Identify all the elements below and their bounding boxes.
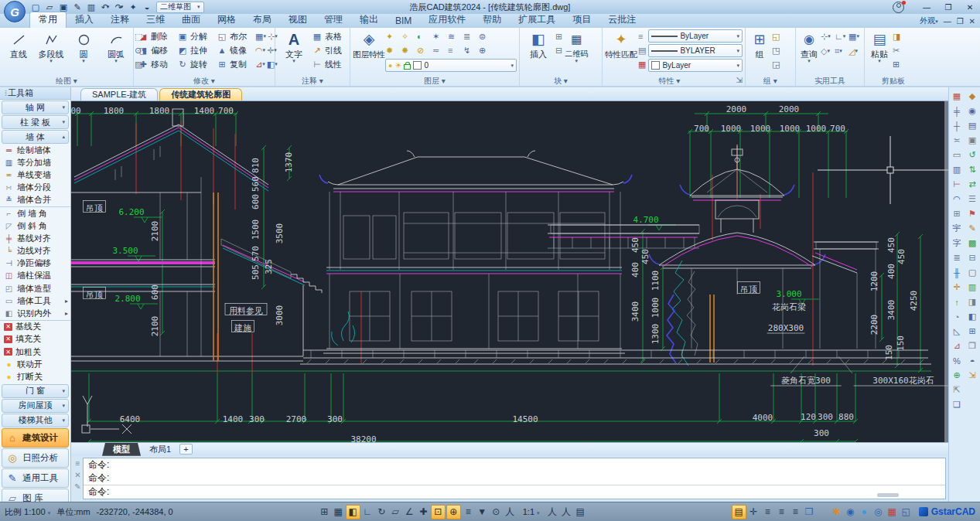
group-tool-button[interactable]: ◳ bbox=[771, 43, 780, 57]
sidebar-item-单线变墙[interactable]: ≖单线变墙 bbox=[0, 169, 70, 181]
qr-code-button[interactable]: ▦ 二维码▾ bbox=[563, 29, 589, 76]
right-tool-button[interactable]: ▤ bbox=[966, 119, 979, 133]
ribbon-tab-输出[interactable]: 输出 bbox=[351, 12, 387, 28]
right-tool-button[interactable]: ⇲ bbox=[966, 369, 979, 383]
minimize-button[interactable]: — bbox=[917, 2, 937, 13]
clipboard-tool-button[interactable]: ⊞ bbox=[892, 57, 901, 71]
right-tool-button[interactable]: ◉ bbox=[966, 104, 979, 118]
status-toggle-button[interactable]: ◧ bbox=[346, 505, 360, 519]
right-tool-button[interactable]: ⊞ bbox=[951, 207, 964, 221]
right-tool-button[interactable]: ⊟ bbox=[966, 251, 979, 265]
layout-tab-+[interactable]: + bbox=[179, 444, 192, 455]
app-logo-icon[interactable]: G bbox=[4, 1, 26, 22]
properties-linetype-select[interactable]: ByLayer▾ bbox=[648, 29, 743, 43]
panel-label-layer[interactable]: 图层 ▾ bbox=[350, 76, 519, 86]
modify-偏移-button[interactable]: ◨偏移 bbox=[136, 43, 176, 57]
panel-label-draw[interactable]: 绘图 ▾ bbox=[0, 76, 133, 86]
sidebar-item-填充关[interactable]: ✕填充关 bbox=[0, 333, 70, 346]
panel-label-group[interactable]: 组 ▾ bbox=[746, 76, 795, 86]
sidebar-item-绘制墙体[interactable]: ═绘制墙体 bbox=[0, 144, 70, 156]
drawing-canvas[interactable]: 0018001800140070020002000700100010001000… bbox=[71, 101, 948, 442]
circle-button[interactable]: 圆▾ bbox=[67, 29, 100, 76]
properties-tool-button[interactable]: ▤ bbox=[637, 43, 647, 57]
insert-block-button[interactable]: ◧ 插入 bbox=[522, 29, 555, 76]
measure-button[interactable]: ◉ 查询▾ bbox=[798, 29, 820, 76]
modify-flyout-button[interactable]: ◠▾ bbox=[254, 43, 266, 57]
system-tool-button[interactable]: ◎ bbox=[872, 506, 885, 519]
text-button[interactable]: A 文字▾ bbox=[278, 29, 310, 76]
ribbon-tab-插入[interactable]: 插入 bbox=[67, 12, 102, 28]
status-toggle-button[interactable]: ∠ bbox=[403, 506, 416, 519]
command-scrollbar[interactable] bbox=[877, 493, 899, 497]
panel-label-annotate[interactable]: 注释 ▾ bbox=[275, 76, 350, 86]
annotation-scale[interactable]: 1:1 ▾ bbox=[523, 507, 540, 516]
properties-tool-button[interactable]: ▦ bbox=[637, 57, 647, 71]
utility-tool-button[interactable]: ⊹▾ bbox=[820, 29, 834, 43]
panel-label-clipboard[interactable]: 剪贴板 bbox=[865, 76, 922, 86]
right-tool-button[interactable]: ⊞ bbox=[966, 325, 979, 339]
sidebar-item-墙体造型[interactable]: ◰墙体造型 bbox=[0, 282, 70, 295]
command-close-icon[interactable]: ✕ bbox=[74, 471, 80, 479]
right-tool-button[interactable]: ⇄ bbox=[966, 178, 979, 192]
toolbox-group-楼梯其他[interactable]: 楼梯其他▾ bbox=[2, 414, 69, 427]
ribbon-tab-应用软件[interactable]: 应用软件 bbox=[420, 12, 474, 28]
panel-label-modify[interactable]: 修改 ▾ bbox=[134, 76, 275, 86]
ribbon-tab-BIM[interactable]: BIM bbox=[387, 15, 420, 28]
ribbon-tab-网格[interactable]: 网格 bbox=[209, 12, 244, 28]
modify-移动-button[interactable]: ✚移动 bbox=[136, 57, 176, 71]
layer-tool-button[interactable]: ✸ bbox=[401, 43, 416, 57]
ribbon-tab-常用[interactable]: 常用 bbox=[29, 12, 67, 28]
right-tool-button[interactable]: ◺ bbox=[951, 325, 964, 339]
right-tool-button[interactable]: ┼ bbox=[951, 119, 964, 133]
paste-button[interactable]: ▤ 粘贴▾ bbox=[867, 29, 892, 76]
group-tool-button[interactable]: ◲ bbox=[771, 57, 780, 71]
annotate-表格-button[interactable]: ▦表格 bbox=[310, 29, 343, 43]
layer-tool-button[interactable]: ≣ bbox=[463, 29, 478, 43]
line-button[interactable]: 直线 bbox=[2, 29, 35, 76]
annotation-tool-button[interactable]: ▤ bbox=[574, 506, 587, 519]
right-tool-button[interactable]: 字 bbox=[951, 237, 964, 250]
right-tool-button[interactable]: ◧ bbox=[966, 310, 979, 324]
sidebar-item-边线对齐[interactable]: ╘边线对齐 bbox=[0, 245, 70, 257]
properties-launcher-icon[interactable]: ⇲ bbox=[736, 76, 743, 84]
drawing-tab-SAMPLE-建筑[interactable]: SAMPLE-建筑 bbox=[80, 88, 158, 100]
right-tool-button[interactable]: ╫ bbox=[951, 266, 964, 280]
arc-button[interactable]: 圆弧▾ bbox=[100, 29, 132, 76]
right-tool-button[interactable]: ⇅ bbox=[966, 163, 979, 177]
sidebar-item-净距偏移[interactable]: ⊣净距偏移 bbox=[0, 257, 70, 270]
toolbox-group-房间屋顶[interactable]: 房间屋顶▾ bbox=[2, 399, 69, 413]
sidebar-item-打断关[interactable]: ●打断关 bbox=[0, 370, 70, 383]
layer-tool-button[interactable]: ⊕ bbox=[478, 43, 493, 57]
modify-flyout-button[interactable]: ⊿▾ bbox=[254, 57, 266, 71]
utility-tool-button[interactable]: ∟▾ bbox=[834, 29, 848, 43]
right-tool-button[interactable]: ❐ bbox=[966, 339, 979, 353]
clipboard-tool-button[interactable]: ◨ bbox=[892, 29, 901, 43]
status-toggle-button[interactable]: ▦ bbox=[332, 506, 345, 519]
display-tool-button[interactable]: ✛ bbox=[747, 506, 760, 519]
right-tool-button[interactable]: ╪ bbox=[951, 104, 964, 118]
ribbon-tab-注释[interactable]: 注释 bbox=[102, 12, 138, 28]
sidebar-item-墙体合并[interactable]: ≚墙体合并 bbox=[0, 194, 70, 206]
drawing-tab-传统建筑轮廓图[interactable]: 传统建筑轮廓图 bbox=[159, 88, 242, 100]
right-tool-button[interactable]: ▩ bbox=[966, 237, 979, 250]
properties-linetype-select[interactable]: BYLAYER▾ bbox=[648, 44, 743, 57]
sidebar-item-基线对齐[interactable]: ╪基线对齐 bbox=[0, 232, 70, 244]
utility-tool-button[interactable]: ◇▾ bbox=[820, 44, 834, 58]
status-toggle-button[interactable]: ▼ bbox=[476, 506, 489, 519]
command-grip-icon[interactable]: ≡ bbox=[76, 459, 80, 468]
modify-布尔-button[interactable]: ◱布尔 bbox=[215, 29, 254, 43]
annotate-线性-button[interactable]: ⊢线性 bbox=[310, 57, 343, 71]
modify-镜像-button[interactable]: ▲镜像 bbox=[215, 43, 254, 57]
user-account-icon[interactable] bbox=[893, 2, 904, 13]
sidebar-item-墙体工具[interactable]: ▭墙体工具▸ bbox=[0, 295, 70, 307]
right-tool-button[interactable]: ▢ bbox=[966, 266, 979, 280]
right-tool-button[interactable]: ✎ bbox=[966, 222, 979, 236]
right-tool-button[interactable]: ◨ bbox=[966, 295, 979, 309]
sidebar-item-等分加墙[interactable]: ▥等分加墙 bbox=[0, 156, 70, 169]
toolbox-group-墙体[interactable]: 墙 体▴ bbox=[2, 130, 69, 144]
appearance-menu[interactable]: 外观▾ bbox=[920, 15, 938, 26]
scale-select[interactable]: 比例 1:100 ▾ bbox=[5, 506, 50, 518]
layer-tool-button[interactable]: ✹ bbox=[385, 43, 401, 57]
properties-tool-button[interactable]: ≡ bbox=[637, 29, 647, 43]
status-toggle-button[interactable]: ▱ bbox=[389, 506, 402, 519]
